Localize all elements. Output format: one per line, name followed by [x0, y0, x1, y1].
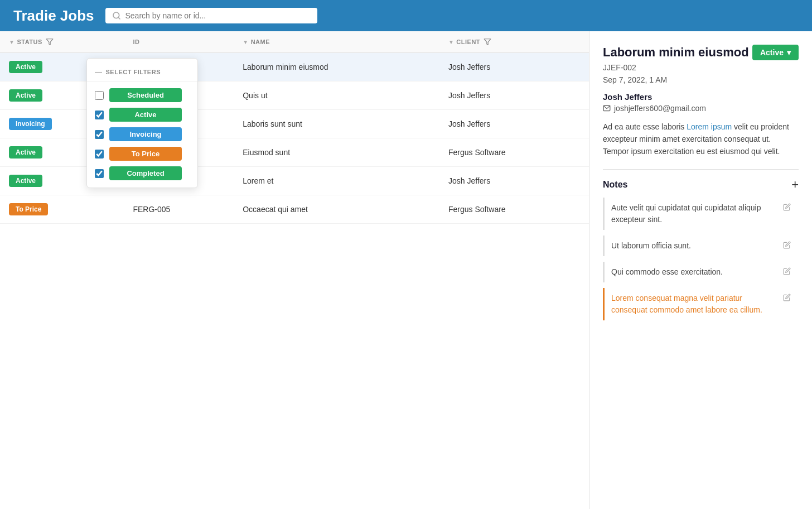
note-edit-button[interactable]: [782, 202, 792, 214]
filter-badge-completed: Completed: [109, 166, 182, 180]
name-cell: Lorem et: [234, 167, 439, 195]
filter-badge-to-price: To Price: [109, 147, 182, 161]
col-status[interactable]: ▼ STATUS: [0, 31, 124, 53]
status-badge: Active: [9, 146, 42, 159]
notes-list: Aute velit qui cupidatat qui cupidatat a…: [603, 198, 799, 320]
status-cell: To Price: [0, 195, 124, 224]
status-badge: Active: [9, 175, 42, 187]
note-text: Ut laborum officia sunt.: [611, 240, 777, 252]
filter-item-scheduled: Scheduled: [87, 85, 197, 105]
chevron-down-icon: ▾: [787, 48, 791, 57]
detail-client-name: Josh Jeffers: [603, 92, 799, 102]
filter-checkbox-invoicing[interactable]: [95, 130, 104, 139]
name-cell: Quis ut: [234, 81, 439, 110]
detail-panel: Laborum minim eiusmod Active ▾ JJEF-002 …: [589, 31, 812, 509]
filter-badge-active: Active: [109, 108, 182, 122]
filter-item-active: Active: [87, 105, 197, 124]
filter-checkbox-completed[interactable]: [95, 169, 104, 178]
status-active-button[interactable]: Active ▾: [752, 45, 799, 60]
filter-icon[interactable]: [46, 38, 54, 46]
note-text: Lorem consequat magna velit pariatur con…: [611, 292, 777, 316]
search-bar: [105, 8, 317, 23]
note-item: Aute velit qui cupidatat qui cupidatat a…: [603, 198, 799, 230]
client-filter-icon[interactable]: [484, 38, 491, 46]
col-name[interactable]: ▼ NAME: [234, 31, 439, 53]
note-edit-button[interactable]: [782, 292, 792, 304]
detail-header: Laborum minim eiusmod Active ▾: [603, 45, 799, 61]
filter-checkbox-to-price[interactable]: [95, 150, 104, 159]
col-client[interactable]: ▼ CLIENT: [439, 31, 589, 53]
svg-marker-2: [46, 39, 53, 45]
name-cell: Occaecat qui amet: [234, 195, 439, 224]
name-cell: Eiusmod sunt: [234, 138, 439, 167]
client-cell: Fergus Software: [439, 195, 589, 224]
filter-item-to-price: To Price: [87, 144, 197, 164]
notes-title: Notes: [603, 180, 627, 190]
filter-checkbox-scheduled[interactable]: [95, 91, 104, 100]
add-note-button[interactable]: +: [791, 179, 799, 191]
client-cell: Fergus Software: [439, 138, 589, 167]
divider: [603, 169, 799, 170]
detail-id: JJEF-002: [603, 63, 799, 72]
status-badge: Invoicing: [9, 118, 52, 130]
note-text: Aute velit qui cupidatat qui cupidatat a…: [611, 202, 777, 225]
detail-email: joshjeffers600@gmail.com: [603, 104, 799, 113]
filter-header: — SELECT FILTERS: [87, 63, 197, 82]
status-badge: To Price: [9, 203, 48, 215]
note-item: Qui commodo esse exercitation.: [603, 262, 799, 282]
main-content: ▼ STATUS ID ▼ NAME: [0, 31, 812, 509]
search-input[interactable]: [125, 11, 311, 20]
table-row[interactable]: To Price FERG-005 Occaecat qui amet Ferg…: [0, 195, 589, 224]
detail-title: Laborum minim eiusmod: [603, 45, 749, 61]
filter-item-completed: Completed: [87, 164, 197, 183]
app-header: Tradie Jobs: [0, 0, 812, 31]
client-cell: Josh Jeffers: [439, 81, 589, 110]
note-item: Lorem consequat magna velit pariatur con…: [603, 288, 799, 320]
filter-item-invoicing: Invoicing: [87, 124, 197, 144]
notes-header: Notes +: [603, 179, 799, 191]
search-icon: [112, 11, 121, 20]
name-cell: Laboris sunt sunt: [234, 110, 439, 138]
note-text: Qui commodo esse exercitation.: [611, 266, 777, 278]
note-item: Ut laborum officia sunt.: [603, 236, 799, 256]
filter-badge-invoicing: Invoicing: [109, 127, 182, 141]
filter-checkbox-active[interactable]: [95, 111, 104, 119]
filter-badge-scheduled: Scheduled: [109, 88, 182, 102]
client-cell: Josh Jeffers: [439, 53, 589, 81]
app-title: Tradie Jobs: [13, 7, 94, 25]
status-badge: Active: [9, 61, 42, 73]
id-cell: FERG-005: [124, 195, 234, 224]
detail-date: Sep 7, 2022, 1 AM: [603, 75, 799, 84]
status-badge: Active: [9, 89, 42, 102]
note-edit-button[interactable]: [782, 266, 792, 278]
name-cell: Laborum minim eiusmod: [234, 53, 439, 81]
col-id[interactable]: ID: [124, 31, 234, 53]
note-edit-button[interactable]: [782, 240, 792, 252]
client-cell: Josh Jeffers: [439, 110, 589, 138]
svg-line-1: [118, 17, 120, 19]
svg-marker-3: [484, 39, 491, 45]
email-icon: [603, 104, 611, 112]
jobs-table-area: ▼ STATUS ID ▼ NAME: [0, 31, 589, 509]
filter-dropdown: — SELECT FILTERS Scheduled Active Invoic…: [86, 58, 198, 188]
client-cell: Josh Jeffers: [439, 167, 589, 195]
detail-description: Ad ea aute esse laboris Lorem ipsum veli…: [603, 121, 799, 158]
